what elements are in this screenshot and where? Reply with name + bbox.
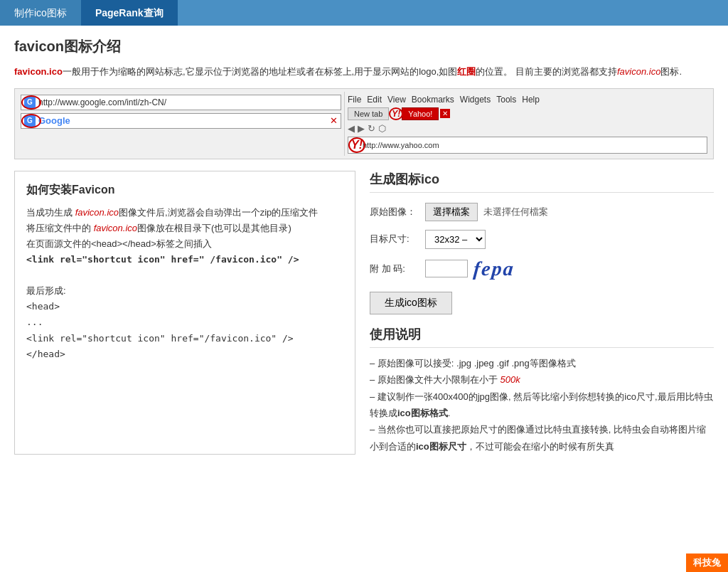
- menu-tools[interactable]: Tools: [496, 95, 516, 105]
- browser-right-panel: File Edit View Bookmarks Widgets Tools H…: [345, 92, 710, 156]
- how-to-section: 如何安装Favicon 当成功生成 favicon.ico图像文件后,浏览器会自…: [14, 171, 355, 455]
- how-to-favicon-1: favicon.ico: [75, 207, 119, 218]
- how-to-content: 当成功生成 favicon.ico图像文件后,浏览器会自动弹出一个zip的压缩文…: [26, 205, 343, 362]
- yahoo-tab-close[interactable]: ✕: [440, 109, 450, 118]
- image-label: 原始图像：: [370, 206, 419, 218]
- page-title: favicon图标介绍: [14, 37, 714, 56]
- desc-text-2: 的位置。 目前主要的浏览器都支持: [476, 66, 617, 77]
- menu-bookmarks[interactable]: Bookmarks: [412, 95, 454, 105]
- chrome-url: http://www.google.com/intl/zh-CN/: [38, 97, 166, 107]
- google-search-bar: G Google ✕: [21, 113, 341, 129]
- captcha-image: fepa: [473, 258, 516, 280]
- desc-text-1: 一般用于作为缩略的网站标志,它显示位于浏览器的地址栏或者在标签上,用于显示网站的…: [63, 66, 457, 77]
- captcha-label: 附 加 码:: [370, 263, 419, 275]
- desc-text-3: 图标.: [660, 66, 682, 77]
- menu-widgets[interactable]: Widgets: [460, 95, 491, 105]
- page-description: favicon.ico一般用于作为缩略的网站标志,它显示位于浏览器的地址栏或者在…: [14, 65, 714, 80]
- code-link-tag: <link rel="shortcut icon" href=" /favico…: [26, 254, 299, 265]
- usage-line-4: – 当然你也可以直接把原始尺寸的图像通过比特虫直接转换, 比特虫会自动将图片缩小…: [370, 421, 714, 455]
- search-close-btn[interactable]: ✕: [330, 115, 338, 126]
- usage-line-1: – 原始图像可以接受: .jpg .jpeg .gif .png等图像格式: [370, 355, 714, 371]
- yahoo-url-icon: Y!: [351, 139, 363, 151]
- gen-btn-row: 生成ico图标: [370, 289, 714, 314]
- right-column: 生成图标ico 原始图像： 選擇檔案 未選擇任何檔案 目标尺寸: 32x32 –…: [370, 171, 714, 455]
- how-to-line-2: 将压缩文件中的 favicon.ico图像放在根目录下(也可以是其他目录): [26, 221, 343, 236]
- new-tab[interactable]: New tab: [348, 107, 389, 120]
- forward-btn[interactable]: ▶: [358, 123, 365, 134]
- yahoo-tab-icon: Y!: [392, 109, 400, 119]
- code-head-open: <head>: [26, 299, 343, 314]
- gen-form-title: 生成图标ico: [370, 171, 714, 193]
- how-to-line-3: 在页面源文件的<head></head>标签之间插入: [26, 236, 343, 252]
- how-to-title: 如何安装Favicon: [26, 183, 343, 198]
- google-label: Google: [38, 115, 70, 126]
- menu-edit[interactable]: Edit: [367, 95, 382, 105]
- how-to-code-link: <link rel="shortcut icon" href=" /favico…: [26, 252, 343, 268]
- yahoo-tab-container: Y! Yahoo! ✕: [392, 107, 450, 120]
- generate-btn[interactable]: 生成ico图标: [370, 292, 452, 314]
- how-to-line-4: 最后形成:: [26, 283, 343, 299]
- captcha-row: 附 加 码: fepa: [370, 258, 714, 280]
- usage-ico-format: ico图标格式: [397, 408, 448, 418]
- choose-file-btn[interactable]: 選擇檔案: [425, 203, 478, 221]
- browser-toolbar: ◀ ▶ ↻ ⬡: [348, 123, 707, 134]
- yahoo-tab[interactable]: Yahoo!: [402, 107, 439, 120]
- usage-size-limit: 500k: [500, 374, 520, 385]
- yahoo-favicon-wrap: Y!: [392, 109, 400, 119]
- desc-red-circle: 红圈: [457, 66, 476, 77]
- code-dots: ...: [26, 314, 343, 330]
- top-navigation: 制作ico图标 PageRank查询: [0, 0, 728, 26]
- yahoo-url: http://www.yahoo.com: [363, 141, 439, 149]
- usage-ico-size: ico图标尺寸: [416, 441, 466, 452]
- how-to-line-1: 当成功生成 favicon.ico图像文件后,浏览器会自动弹出一个zip的压缩文…: [26, 205, 343, 221]
- nav-item-pagerank[interactable]: PageRank查询: [81, 0, 178, 26]
- firefox-url-bar: Y! http://www.yahoo.com: [348, 137, 707, 154]
- chrome-g-icon: G: [24, 97, 36, 108]
- google-icon-wrap: G: [24, 115, 38, 127]
- usage-title: 使用说明: [370, 326, 714, 348]
- tab-bar: New tab Y! Yahoo! ✕: [348, 107, 707, 120]
- menu-help[interactable]: Help: [522, 95, 540, 105]
- no-file-text: 未選擇任何檔案: [483, 206, 548, 218]
- chrome-address-bar: G http://www.google.com/intl/zh-CN/: [21, 95, 341, 110]
- how-to-favicon-2: favicon.ico: [94, 223, 137, 233]
- captcha-input[interactable]: [425, 260, 468, 277]
- usage-line-2: – 原始图像文件大小限制在小于 500k: [370, 371, 714, 388]
- size-label: 目标尺寸:: [370, 233, 419, 245]
- yahoo-url-icon-wrap: Y!: [351, 139, 363, 152]
- back-btn[interactable]: ◀: [348, 123, 355, 134]
- size-dropdown[interactable]: 32x32 – 16x16 48x48 64x64: [425, 230, 486, 249]
- menu-view[interactable]: View: [387, 95, 406, 105]
- desc-favicon-italic: favicon.ico: [617, 66, 660, 77]
- browser-left-panel: G http://www.google.com/intl/zh-CN/ G Go…: [18, 92, 345, 156]
- two-column-section: 如何安装Favicon 当成功生成 favicon.ico图像文件后,浏览器会自…: [14, 171, 714, 455]
- usage-line-3: – 建议制作一张400x400的jpg图像, 然后等比缩小到你想转换的ico尺寸…: [370, 388, 714, 422]
- main-content: favicon图标介绍 favicon.ico一般用于作为缩略的网站标志,它显示…: [0, 26, 728, 477]
- menu-bar: File Edit View Bookmarks Widgets Tools H…: [348, 95, 707, 105]
- size-select-row: 目标尺寸: 32x32 – 16x16 48x48 64x64: [370, 230, 714, 249]
- stop-btn[interactable]: ⬡: [378, 123, 386, 134]
- desc-favicon-bold: favicon.ico: [14, 66, 63, 77]
- image-upload-row: 原始图像： 選擇檔案 未選擇任何檔案: [370, 203, 714, 221]
- nav-item-ico[interactable]: 制作ico图标: [0, 0, 81, 26]
- code-head-close: </head>: [26, 346, 343, 362]
- usage-content: – 原始图像可以接受: .jpg .jpeg .gif .png等图像格式 – …: [370, 355, 714, 455]
- chrome-icon-wrap: G: [24, 97, 38, 108]
- reload-btn[interactable]: ↻: [368, 123, 375, 134]
- menu-file[interactable]: File: [348, 95, 361, 105]
- browser-demo: G http://www.google.com/intl/zh-CN/ G Go…: [14, 88, 714, 159]
- code-link-final: <link rel="shortcut icon" href="/favicon…: [26, 331, 343, 346]
- google-g-icon: G: [24, 115, 36, 127]
